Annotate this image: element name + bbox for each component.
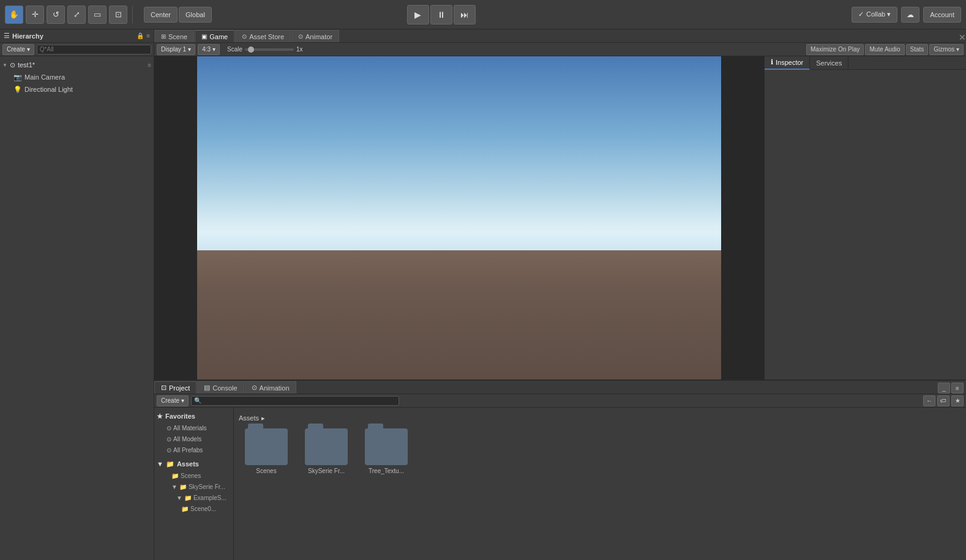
tree-item-examples[interactable]: ▼ 📁 ExampleS... [154, 492, 233, 503]
pivot-toggle-group: Center Global [144, 7, 212, 23]
hierarchy-item-main-camera[interactable]: 📷 Main Camera [0, 71, 154, 83]
right-toolbar: ✓ Collab ▾ ☁ Account [852, 7, 961, 23]
tab-project[interactable]: ⊡ Project [154, 381, 197, 394]
hierarchy-menu-icon[interactable]: ≡ [146, 32, 150, 39]
step-button[interactable]: ⏭ [454, 5, 476, 24]
viewport-area: ℹ Inspector Services [154, 56, 966, 379]
project-back-button[interactable]: ← [923, 395, 935, 406]
favorites-label: Favorites [165, 413, 195, 420]
project-tag-button[interactable]: 🏷 [937, 395, 949, 406]
hand-tool-button[interactable]: ✋ [5, 6, 23, 24]
tab-console[interactable]: ▤ Console [197, 381, 244, 394]
inspector-tab[interactable]: ℹ Inspector [765, 56, 810, 70]
project-tab-label: Project [169, 384, 190, 392]
hierarchy-header: ☰ Hierarchy 🔒 ≡ [0, 29, 154, 43]
main-camera-label: Main Camera [24, 73, 65, 81]
tabs-close-button[interactable]: ✕ [946, 32, 966, 42]
scale-tool-button[interactable]: ⤢ [67, 6, 86, 24]
tree-item-scenes[interactable]: 📁 Scenes [154, 470, 233, 481]
center-toggle-button[interactable]: Center [144, 7, 178, 23]
hierarchy-scene-item[interactable]: ▼ ⊙ test1* ≡ [0, 59, 154, 71]
asset-item-scenes[interactable]: Scenes [239, 428, 294, 474]
services-tab[interactable]: Services [810, 56, 848, 70]
examples-label: ExampleS... [193, 495, 227, 501]
directional-light-icon: 💡 [13, 86, 22, 94]
animator-tab-icon: ⊙ [298, 33, 303, 40]
inspector-content [765, 70, 966, 379]
ratio-label: 4:3 [202, 46, 211, 53]
tree-item-scene0[interactable]: 📁 Scene0... [154, 503, 233, 514]
project-star-button[interactable]: ★ [951, 395, 964, 406]
tree-texture-asset-label: Tree_Textu... [369, 468, 404, 474]
animation-tab-label: Animation [260, 384, 290, 392]
scene-name: test1* [18, 61, 35, 69]
asset-path-arrow-icon: ▸ [261, 414, 265, 422]
global-toggle-button[interactable]: Global [179, 7, 212, 23]
account-button[interactable]: Account [923, 7, 961, 23]
skyserie-folder-icon: 📁 [179, 483, 187, 490]
cloud-icon: ☁ [907, 10, 914, 19]
tree-item-all-prefabs[interactable]: ⊙ All Prefabs [154, 444, 233, 455]
display-dropdown[interactable]: Display 1 ▾ [157, 44, 195, 55]
hierarchy-create-dropdown[interactable]: Create ▾ [2, 44, 34, 55]
scale-value: 1x [296, 46, 303, 53]
pause-button[interactable]: ⏸ [430, 5, 452, 24]
scene-icon: ⊙ [10, 61, 15, 69]
move-tool-button[interactable]: ✛ [26, 6, 44, 24]
assets-triangle-icon: ▼ [157, 460, 163, 468]
ratio-dropdown[interactable]: 4:3 ▾ [198, 44, 220, 55]
favorites-star-icon: ★ [157, 413, 163, 420]
bottom-panel-menu[interactable]: ≡ [951, 383, 964, 394]
bottom-panel-minimize[interactable]: _ [938, 383, 950, 394]
stats-label: Stats [910, 46, 924, 53]
viewport-right-bar [721, 56, 764, 379]
asset-item-skyserie[interactable]: SkySerie Fr... [299, 428, 354, 474]
tree-item-all-models[interactable]: ⊙ All Models [154, 433, 233, 444]
stats-button[interactable]: Stats [906, 44, 929, 55]
tree-item-all-materials[interactable]: ⊙ All Materials [154, 422, 233, 433]
hierarchy-lock-icon[interactable]: 🔒 [137, 32, 144, 39]
maximize-on-play-label: Maximize On Play [811, 46, 860, 53]
animation-tab-icon: ⊙ [252, 384, 257, 392]
skyserie-label: SkySerie Fr... [189, 483, 225, 490]
project-create-dropdown[interactable]: Create ▾ [157, 395, 189, 406]
tab-animation[interactable]: ⊙ Animation [245, 381, 296, 394]
hierarchy-list-icon[interactable]: ≡ [148, 62, 151, 69]
scene0-folder-icon: 📁 [181, 506, 189, 512]
rect-tool-button[interactable]: ▭ [88, 6, 107, 24]
examples-triangle-icon: ▼ [176, 495, 182, 501]
pause-icon: ⏸ [437, 10, 446, 20]
mute-audio-label: Mute Audio [869, 46, 900, 53]
assets-label: Assets [177, 460, 199, 468]
asset-item-tree-texture[interactable]: Tree_Textu... [359, 428, 414, 474]
rotate-tool-button[interactable]: ↺ [47, 6, 65, 24]
tab-asset-store[interactable]: ⊙ Asset Store [235, 30, 291, 42]
gizmos-dropdown[interactable]: Gizmos ▾ [929, 44, 964, 55]
tab-game[interactable]: ▣ Game [195, 30, 234, 42]
mute-audio-button[interactable]: Mute Audio [865, 44, 904, 55]
scene0-label: Scene0... [190, 506, 216, 512]
hierarchy-search-input[interactable] [37, 45, 151, 54]
cloud-button[interactable]: ☁ [901, 7, 919, 23]
tab-scene[interactable]: ⊞ Scene [154, 30, 194, 42]
inspector-info-icon: ℹ [771, 58, 773, 66]
game-tab-label: Game [209, 33, 228, 40]
hierarchy-title: Hierarchy [12, 32, 43, 40]
tab-animator[interactable]: ⊙ Animator [291, 30, 339, 42]
project-search-input[interactable] [191, 396, 399, 406]
display-label: Display 1 [161, 46, 186, 53]
transform-tool-button[interactable]: ⊡ [109, 6, 127, 24]
play-button[interactable]: ▶ [407, 5, 429, 24]
bottom-content: ★ Favorites ⊙ All Materials ⊙ All Models… [154, 408, 966, 560]
maximize-on-play-button[interactable]: Maximize On Play [806, 44, 864, 55]
favorites-section-header[interactable]: ★ Favorites [154, 410, 233, 422]
skyserie-folder-thumbnail [305, 428, 348, 465]
hierarchy-item-directional-light[interactable]: 💡 Directional Light [0, 83, 154, 95]
scale-slider[interactable] [245, 48, 294, 51]
scenes-label: Scenes [181, 472, 201, 479]
tree-item-skyserie[interactable]: ▼ 📁 SkySerie Fr... [154, 481, 233, 492]
game-viewport[interactable] [154, 56, 764, 379]
collab-button[interactable]: ✓ Collab ▾ [852, 7, 897, 23]
scene-tab-icon: ⊞ [161, 33, 166, 40]
assets-section-header[interactable]: ▼ 📁 Assets [154, 458, 233, 470]
